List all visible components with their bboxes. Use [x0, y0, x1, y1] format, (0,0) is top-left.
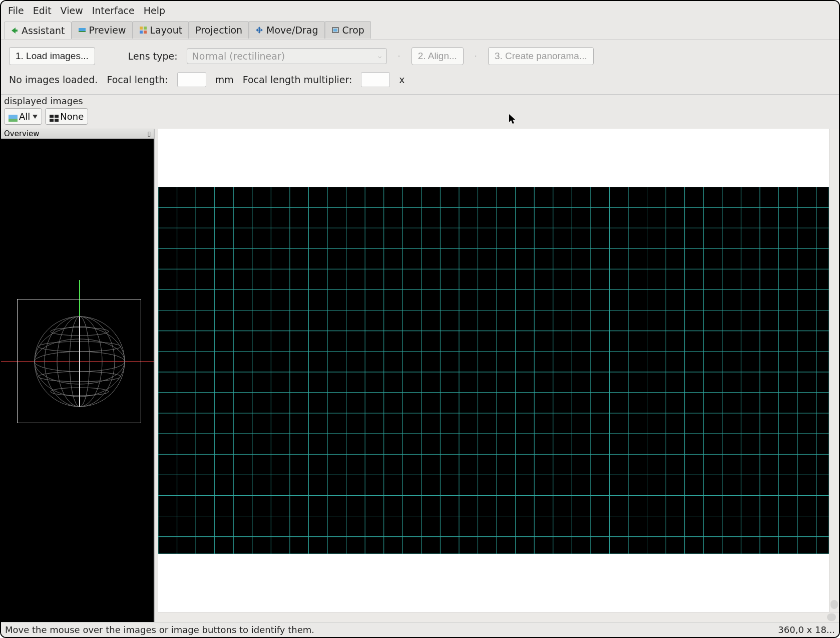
no-images-label: No images loaded. [9, 74, 98, 85]
overview-header: Overview ▯ [1, 129, 154, 139]
overview-frame [17, 299, 141, 423]
overview-canvas[interactable] [1, 139, 154, 622]
svg-rect-5 [140, 31, 143, 34]
work-area: Overview ▯ [1, 129, 839, 622]
preview-grid [158, 187, 829, 554]
focal-mult-label: Focal length multiplier: [243, 74, 352, 85]
tab-preview[interactable]: Preview [72, 21, 133, 39]
displayed-images-title: displayed images [4, 96, 839, 108]
tab-movedrag[interactable]: Move/Drag [249, 21, 325, 39]
preview-area [154, 129, 839, 622]
preview-margin-top [158, 129, 829, 187]
svg-rect-9 [333, 29, 337, 32]
tab-crop[interactable]: Crop [325, 21, 371, 39]
svg-rect-2 [79, 31, 86, 32]
svg-rect-13 [55, 115, 59, 118]
horizontal-scrollbar[interactable] [158, 612, 839, 622]
tab-bar: Assistant Preview Layout Projection Move… [1, 20, 839, 40]
tab-assistant[interactable]: Assistant [4, 22, 72, 39]
dropdown-triangle-icon [33, 115, 38, 119]
svg-rect-12 [50, 115, 54, 118]
svg-rect-4 [144, 27, 147, 30]
svg-rect-10 [9, 115, 18, 119]
layout-icon [139, 26, 147, 34]
focal-length-input[interactable] [177, 72, 206, 87]
tab-projection[interactable]: Projection [189, 21, 249, 39]
none-icon [50, 113, 59, 120]
svg-rect-3 [140, 27, 143, 30]
menu-file[interactable]: File [8, 5, 24, 16]
tab-layout[interactable]: Layout [133, 21, 189, 39]
all-icon [9, 113, 18, 120]
focal-length-label: Focal length: [107, 74, 168, 85]
svg-rect-14 [50, 119, 54, 122]
assistant-icon [11, 27, 19, 35]
create-panorama-button[interactable]: 3. Create panorama... [488, 47, 594, 65]
status-bar: Move the mouse over the images or image … [1, 622, 839, 637]
lens-type-select[interactable]: Normal (rectilinear) ⌵ [187, 48, 387, 64]
svg-marker-7 [256, 27, 263, 34]
assistant-panel: 1. Load images... Lens type: Normal (rec… [1, 40, 839, 95]
vertical-scrollbar[interactable] [829, 129, 839, 612]
movedrag-icon [255, 26, 263, 34]
svg-rect-15 [55, 119, 59, 122]
status-hint: Move the mouse over the images or image … [5, 624, 314, 635]
chevron-down-icon: ⌵ [378, 53, 381, 60]
menu-interface[interactable]: Interface [92, 5, 135, 16]
svg-rect-11 [9, 119, 18, 122]
overview-panel: Overview ▯ [1, 129, 154, 622]
menu-edit[interactable]: Edit [33, 5, 52, 16]
crop-icon [331, 26, 339, 34]
svg-rect-28 [158, 187, 829, 554]
displayed-images-bar: displayed images All None [1, 95, 839, 129]
mm-unit-label: mm [215, 74, 234, 85]
vertical-scroll-thumb[interactable] [830, 600, 838, 609]
preview-margin-bottom [158, 554, 829, 612]
menu-bar: File Edit View Interface Help [1, 1, 839, 20]
lens-type-label: Lens type: [128, 51, 178, 62]
overview-title: Overview [4, 129, 40, 138]
menu-help[interactable]: Help [144, 5, 165, 16]
overview-sphere-icon [18, 299, 142, 424]
horizontal-scroll-thumb[interactable] [827, 613, 836, 621]
display-all-button[interactable]: All [4, 108, 42, 125]
svg-rect-6 [144, 31, 147, 34]
align-button[interactable]: 2. Align... [411, 47, 464, 65]
load-images-button[interactable]: 1. Load images... [9, 47, 95, 65]
separator-dot: · [473, 52, 479, 61]
preview-icon [78, 26, 86, 34]
status-coordinates: 360,0 x 18... [778, 624, 835, 635]
pin-icon[interactable]: ▯ [147, 130, 151, 137]
separator-dot: · [396, 52, 402, 61]
display-none-button[interactable]: None [45, 108, 88, 125]
menu-view[interactable]: View [61, 5, 83, 16]
focal-mult-input[interactable] [361, 72, 390, 87]
svg-marker-0 [12, 28, 18, 34]
x-unit-label: x [399, 74, 404, 85]
preview-canvas[interactable] [158, 129, 829, 612]
